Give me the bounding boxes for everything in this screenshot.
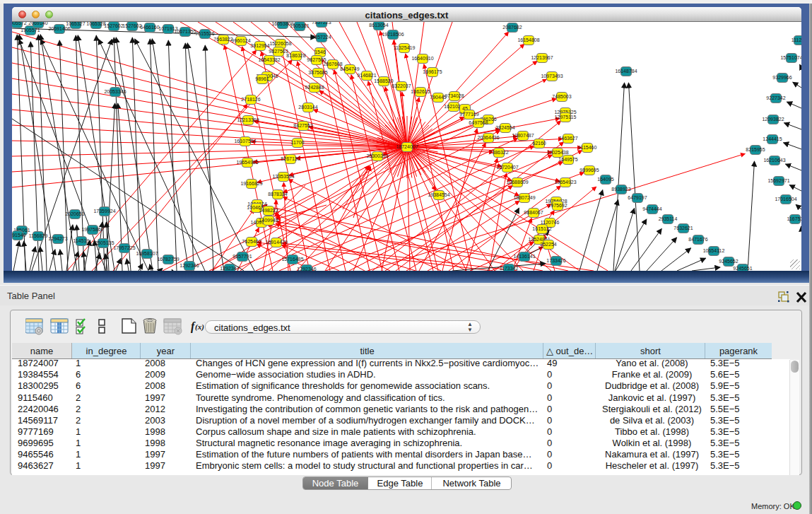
svg-text:1173342: 1173342 xyxy=(500,266,519,271)
svg-text:8613054: 8613054 xyxy=(369,23,388,28)
svg-text:1696175: 1696175 xyxy=(423,69,442,74)
svg-text:15720407: 15720407 xyxy=(496,165,518,170)
svg-text:9734028: 9734028 xyxy=(445,93,464,98)
svg-text:111254: 111254 xyxy=(792,37,801,42)
svg-text:19218506: 19218506 xyxy=(382,32,404,37)
svg-text:2803144: 2803144 xyxy=(298,105,317,110)
svg-text:6466160: 6466160 xyxy=(140,25,159,30)
svg-text:19166829: 19166829 xyxy=(240,181,262,186)
svg-text:15226058: 15226058 xyxy=(269,41,291,46)
svg-text:19654985: 19654985 xyxy=(236,160,258,165)
svg-text:1294273: 1294273 xyxy=(48,236,67,241)
svg-text:1120746: 1120746 xyxy=(541,220,560,225)
svg-text:1527602: 1527602 xyxy=(104,23,123,28)
svg-text:10807487: 10807487 xyxy=(512,133,534,138)
svg-text:12505135: 12505135 xyxy=(92,240,114,245)
svg-text:20053346: 20053346 xyxy=(104,89,126,94)
svg-text:9329966: 9329966 xyxy=(772,75,792,80)
svg-text:20364436: 20364436 xyxy=(477,135,499,140)
svg-text:9146821: 9146821 xyxy=(357,73,376,78)
svg-text:18807249: 18807249 xyxy=(513,195,535,200)
svg-text:16154808: 16154808 xyxy=(517,37,539,42)
svg-text:15751074: 15751074 xyxy=(780,55,801,60)
svg-text:7625402: 7625402 xyxy=(242,239,261,244)
svg-text:10671355: 10671355 xyxy=(174,29,196,34)
svg-text:9245651: 9245651 xyxy=(733,266,752,271)
svg-text:18724007: 18724007 xyxy=(396,144,418,149)
svg-text:1605381: 1605381 xyxy=(290,23,309,28)
svg-text:17359924: 17359924 xyxy=(93,209,115,214)
svg-text:9899695: 9899695 xyxy=(579,168,599,173)
svg-text:7632621: 7632621 xyxy=(673,226,693,230)
svg-text:1065328: 1065328 xyxy=(86,22,105,26)
svg-text:9245652: 9245652 xyxy=(719,259,738,264)
svg-text:20691406: 20691406 xyxy=(48,26,70,31)
svg-text:17957225: 17957225 xyxy=(113,245,135,250)
svg-text:8471676: 8471676 xyxy=(688,237,707,242)
svg-text:17016504: 17016504 xyxy=(775,197,796,201)
svg-text:19654923: 19654923 xyxy=(554,180,576,185)
svg-text:14136141: 14136141 xyxy=(513,254,535,259)
svg-text:391540: 391540 xyxy=(12,233,26,238)
svg-text:15692971: 15692971 xyxy=(767,178,789,183)
svg-text:16210643: 16210643 xyxy=(763,158,785,163)
svg-text:(x): (x) xyxy=(195,322,204,332)
svg-text:15716485: 15716485 xyxy=(281,257,303,262)
svg-text:16543382: 16543382 xyxy=(258,57,280,62)
svg-text:2935114: 2935114 xyxy=(659,216,678,221)
svg-text:12213967: 12213967 xyxy=(531,55,553,60)
svg-text:1546: 1546 xyxy=(314,49,326,54)
svg-text:9960124: 9960124 xyxy=(231,38,250,43)
svg-text:8938923: 8938923 xyxy=(611,187,630,192)
svg-text:7485003: 7485003 xyxy=(552,94,571,99)
svg-text:7857224: 7857224 xyxy=(312,35,331,40)
svg-text:9115460: 9115460 xyxy=(578,145,597,150)
svg-text:1409948: 1409948 xyxy=(259,218,278,223)
svg-text:1649575: 1649575 xyxy=(558,157,577,162)
svg-text:12975115: 12975115 xyxy=(555,115,577,119)
svg-text:1588520: 1588520 xyxy=(374,78,393,83)
svg-text:98961: 98961 xyxy=(255,76,269,81)
svg-text:8186328: 8186328 xyxy=(286,53,305,58)
svg-text:2087682: 2087682 xyxy=(502,25,522,30)
svg-text:16148784: 16148784 xyxy=(615,69,637,74)
svg-text:7515526: 7515526 xyxy=(195,31,214,36)
svg-text:2020653: 2020653 xyxy=(65,211,84,216)
svg-text:7463627: 7463627 xyxy=(558,136,577,141)
svg-text:12213369: 12213369 xyxy=(237,117,259,122)
svg-text:10654112: 10654112 xyxy=(703,248,725,253)
svg-text:2718126: 2718126 xyxy=(241,97,260,102)
svg-text:3912954: 3912954 xyxy=(250,43,269,48)
svg-text:9884067: 9884067 xyxy=(524,210,543,215)
svg-text:12093822: 12093822 xyxy=(762,117,784,122)
svg-text:16782759: 16782759 xyxy=(157,257,179,262)
svg-text:25300293: 25300293 xyxy=(366,153,388,158)
svg-text:3875685: 3875685 xyxy=(308,70,327,75)
svg-text:1615132: 1615132 xyxy=(532,226,551,231)
svg-text:62160: 62160 xyxy=(532,141,546,146)
svg-text:10958107: 10958107 xyxy=(136,251,158,256)
svg-text:2069140: 2069140 xyxy=(28,22,47,25)
svg-text:10973493: 10973493 xyxy=(541,74,563,78)
svg-text:1905571: 1905571 xyxy=(20,28,40,33)
svg-text:9857791: 9857791 xyxy=(233,254,252,259)
svg-text:1292347: 1292347 xyxy=(220,266,239,271)
svg-text:11325419: 11325419 xyxy=(394,45,416,50)
svg-text:790445: 790445 xyxy=(430,95,446,100)
svg-text:8215955: 8215955 xyxy=(746,147,765,152)
svg-text:1498222: 1498222 xyxy=(259,208,278,213)
svg-text:3824554: 3824554 xyxy=(495,125,514,130)
svg-text:164095: 164095 xyxy=(597,177,613,182)
svg-text:9777169: 9777169 xyxy=(459,112,478,117)
svg-text:10688609: 10688609 xyxy=(506,180,528,185)
svg-text:1156829: 1156829 xyxy=(29,233,48,238)
svg-text:8322037: 8322037 xyxy=(392,83,411,88)
svg-text:1244415: 1244415 xyxy=(763,136,782,141)
svg-text:16640910: 16640910 xyxy=(411,56,433,61)
svg-text:13353594: 13353594 xyxy=(272,174,294,179)
svg-text:114519: 114519 xyxy=(73,238,90,243)
svg-text:10025438: 10025438 xyxy=(546,150,568,155)
svg-text:1733426: 1733426 xyxy=(546,258,565,263)
svg-text:16914479: 16914479 xyxy=(265,240,287,245)
svg-text:116753: 116753 xyxy=(787,216,801,221)
